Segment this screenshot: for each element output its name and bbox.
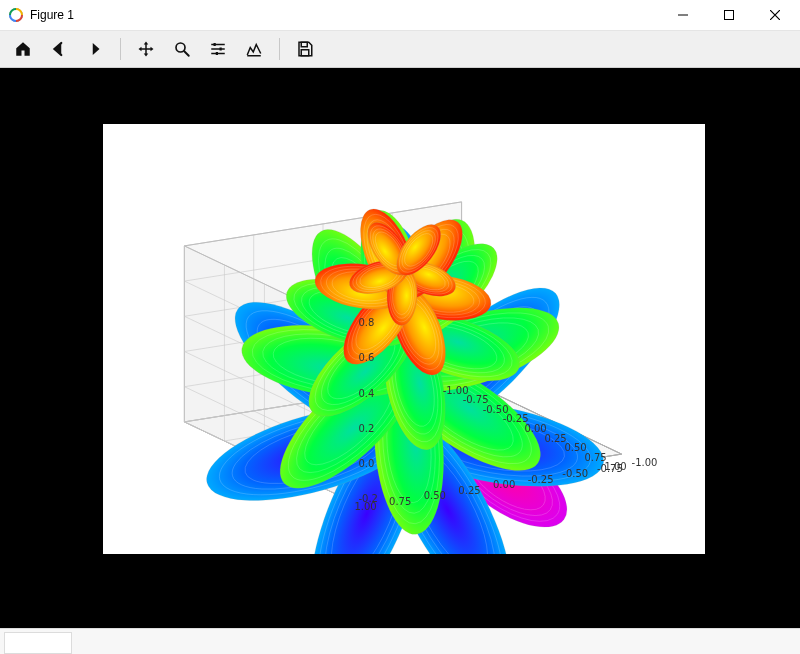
toolbar-separator [279, 38, 280, 60]
y-tick-label: -0.50 [562, 468, 588, 479]
matplotlib-toolbar [0, 31, 800, 68]
x-tick-label: 0.25 [544, 433, 566, 444]
x-tick-label: 0.50 [564, 442, 586, 453]
y-tick-label: -1.00 [632, 457, 658, 468]
svg-rect-4 [220, 48, 222, 51]
figure-canvas-outer: -1.00-0.75-0.50-0.250.000.250.500.751.00… [0, 68, 800, 628]
toolbar-separator [120, 38, 121, 60]
z-tick-label: 0.0 [358, 458, 374, 469]
svg-rect-1 [725, 11, 734, 20]
figure-canvas[interactable]: -1.00-0.75-0.50-0.250.000.250.500.751.00… [103, 124, 705, 554]
pan-button[interactable] [129, 33, 163, 65]
y-tick-label: 0.00 [493, 479, 515, 490]
back-button[interactable] [42, 33, 76, 65]
svg-rect-3 [214, 43, 216, 46]
app-icon [8, 7, 24, 23]
svg-rect-7 [301, 50, 309, 56]
z-tick-label: 0.4 [358, 388, 374, 399]
svg-rect-6 [301, 42, 307, 47]
y-tick-label: -0.75 [597, 463, 623, 474]
y-tick-label: 0.75 [389, 496, 411, 507]
y-tick-label: -0.25 [528, 474, 554, 485]
z-tick-label: 0.8 [358, 317, 374, 328]
window-titlebar: Figure 1 [0, 0, 800, 31]
svg-rect-5 [216, 52, 218, 55]
window-maximize-button[interactable] [706, 0, 752, 30]
x-tick-label: 0.00 [524, 423, 546, 434]
edit-parameters-button[interactable] [237, 33, 271, 65]
status-coordinate-box [4, 632, 72, 654]
window-title: Figure 1 [30, 8, 74, 22]
save-button[interactable] [288, 33, 322, 65]
y-tick-label: 0.25 [458, 485, 480, 496]
z-tick-label: 0.2 [358, 423, 374, 434]
window-minimize-button[interactable] [660, 0, 706, 30]
configure-subplots-button[interactable] [201, 33, 235, 65]
x-tick-label: 0.75 [584, 452, 606, 463]
home-button[interactable] [6, 33, 40, 65]
zoom-button[interactable] [165, 33, 199, 65]
forward-button[interactable] [78, 33, 112, 65]
y-tick-label: 0.50 [424, 490, 446, 501]
status-bar [0, 628, 800, 654]
window-close-button[interactable] [752, 0, 798, 30]
z-tick-label: 0.6 [358, 352, 374, 363]
z-tick-label: -0.2 [358, 493, 378, 504]
